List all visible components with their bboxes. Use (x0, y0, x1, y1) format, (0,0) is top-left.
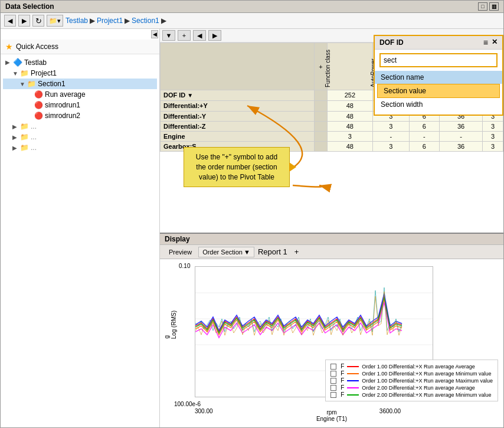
folder-dropdown-button[interactable]: 📁▾ (47, 15, 63, 27)
collapsed3-icon: 📁 (20, 143, 29, 152)
maximize-button[interactable]: □ (478, 2, 487, 11)
add-row-btn[interactable] (314, 90, 327, 101)
forward-button[interactable]: ▶ (18, 15, 30, 27)
tab-preview-label: Preview (169, 249, 192, 256)
tree-item-collapsed1[interactable]: ▶ 📁 ... (3, 121, 157, 132)
legend-item-5: F Order 2.00 Differential:+X Run average… (330, 391, 493, 398)
project1-icon: 📁 (20, 69, 29, 77)
filter-button[interactable]: ▼ (162, 30, 175, 41)
row-add-btn[interactable] (314, 132, 327, 142)
tree-item-collapsed3[interactable]: ▶ 📁 ... (3, 142, 157, 153)
legend-line-1 (347, 366, 359, 367)
legend-text-3: Order 1.00 Differential:+X Run average M… (362, 378, 493, 384)
cell-48-4: 48 (327, 142, 372, 152)
col-function-class: Function class (323, 48, 332, 89)
legend-checkbox-2[interactable] (330, 371, 336, 377)
y-axis-top-label: 0.10 (179, 263, 190, 269)
legend-line-4 (347, 387, 359, 388)
quick-access-label: Quick Access (16, 43, 58, 51)
legend-line-2 (347, 373, 359, 374)
row-label-diffmy[interactable]: Differential:-Y (161, 111, 315, 122)
add-tab-icon: + (294, 247, 299, 256)
add-tab-button[interactable]: Report 1 (254, 246, 291, 257)
row-add-btn[interactable] (314, 100, 327, 111)
legend-item-3: F Order 1.00 Differential:+X Run average… (330, 377, 493, 384)
row-label-engine[interactable]: Engine (161, 132, 315, 142)
nav-bar: ◀ ▶ ↻ 📁▾ Testlab ▶ Project1 ▶ Section1 ▶ (1, 13, 503, 29)
dof-item-section-width[interactable]: Section width (375, 98, 502, 111)
tab-preview[interactable]: Preview (162, 247, 198, 257)
y-bottom-value: 100.00e-6 (174, 401, 201, 407)
add-column-button[interactable]: + (178, 30, 191, 41)
count-252: 252 (327, 90, 372, 101)
cell-36-3: 36 (440, 122, 483, 132)
path-section1[interactable]: Section1 (132, 17, 159, 25)
row-label-diffmz[interactable]: Differential:-Z (161, 122, 315, 132)
cell-3-8: 3 (372, 142, 409, 152)
dof-menu-button[interactable]: ≡ (483, 38, 488, 47)
simrodrun1-label: simrodrun1 (45, 101, 80, 109)
cell-3-9: 3 (483, 142, 503, 152)
tree-item-collapsed2[interactable]: ▶ 📁 ... (3, 132, 157, 142)
legend-checkbox-4[interactable] (330, 385, 336, 391)
main-window: Data Selection □ ▥ ◀ ▶ ↻ 📁▾ Testlab ▶ Pr… (0, 0, 504, 428)
dof-popup: DOF ID ≡ ✕ Section name Section value (374, 35, 503, 116)
tooltip-arrow (289, 162, 296, 172)
row-label-diffpy[interactable]: Differential:+Y (161, 100, 315, 111)
left-panel: ◀ ★ Quick Access ▶ 🔷 Testlab ▼ 📁 (1, 29, 160, 427)
tree-item-project1[interactable]: ▼ 📁 Project1 (3, 68, 157, 79)
back-button[interactable]: ◀ (4, 15, 16, 27)
tree-item-simrodrun2[interactable]: 🔴 simrodrun2 (3, 110, 157, 121)
legend-icon-2: F (341, 370, 344, 377)
chart-container: 0.10 100.00e-6 g Log (RMS) (162, 262, 501, 425)
cell-3-7: 3 (483, 132, 503, 142)
dof-item-section-value[interactable]: Section value (377, 84, 500, 98)
display-header: Display (160, 234, 503, 245)
tab-order-section[interactable]: Order Section ▼ (198, 247, 254, 257)
restore-button[interactable]: ▥ (489, 2, 499, 11)
tree-item-testlab[interactable]: ▶ 🔷 Testlab (3, 57, 157, 68)
tree-item-simrodrun1[interactable]: 🔴 simrodrun1 (3, 100, 157, 110)
tree-item-section1[interactable]: ▼ 📁 Section1 (3, 79, 157, 89)
tab-dropdown-arrow: ▼ (244, 249, 250, 256)
right-content: ▼ + ◀ ▶ + Function class (160, 29, 503, 427)
cell-3-6: 3 (327, 132, 372, 142)
legend-checkbox-3[interactable] (330, 378, 336, 384)
dof-search-input[interactable] (379, 53, 498, 67)
add-new-tab-button[interactable]: + (291, 246, 303, 257)
tree-item-run-average[interactable]: 🔴 Run average (3, 89, 157, 100)
content-area: ◀ ★ Quick Access ▶ 🔷 Testlab ▼ 📁 (1, 29, 503, 427)
testlab-icon: 🔷 (13, 58, 22, 67)
testlab-label: Testlab (24, 58, 47, 67)
dof-popup-title-buttons: ≡ ✕ (483, 38, 498, 47)
prev-button[interactable]: ◀ (193, 30, 206, 41)
quick-access-item[interactable]: ★ Quick Access (1, 40, 159, 54)
toggle-icon: ▶ (12, 134, 18, 141)
next-button[interactable]: ▶ (208, 30, 221, 41)
cell-dash-5: - (440, 132, 483, 142)
toggle-icon: ▶ (12, 145, 18, 151)
tab-order-section-label: Order Section (202, 249, 243, 256)
report-tab-label: Report 1 (258, 247, 287, 256)
path-project1[interactable]: Project1 (97, 17, 123, 25)
row-add-btn[interactable] (314, 142, 327, 152)
path-testlab[interactable]: Testlab (66, 17, 88, 25)
row-add-btn[interactable] (314, 111, 327, 122)
x-unit: rpm (316, 409, 347, 416)
collapse-panel-button[interactable]: ◀ (151, 30, 158, 38)
title-bar-buttons: □ ▥ (478, 2, 499, 11)
cell-dash-4: - (409, 132, 439, 142)
th-function-class: Function class (327, 43, 372, 90)
legend-checkbox-5[interactable] (330, 392, 336, 398)
legend-checkbox-1[interactable] (330, 364, 336, 370)
collapsed1-label: ... (31, 122, 37, 130)
dof-item-section-name[interactable]: Section name (375, 71, 502, 84)
legend-text-2: Order 1.00 Differential:+X Run average M… (362, 371, 491, 377)
refresh-button[interactable]: ↻ (32, 15, 44, 27)
dof-close-button[interactable]: ✕ (492, 38, 498, 47)
toggle-icon: ▶ (12, 123, 18, 130)
x-axis-label: rpm Engine (T1) (316, 409, 347, 422)
x-right-value: 3600.00 (379, 408, 401, 414)
title-bar: Data Selection □ ▥ (1, 1, 503, 13)
row-add-btn[interactable] (314, 122, 327, 132)
